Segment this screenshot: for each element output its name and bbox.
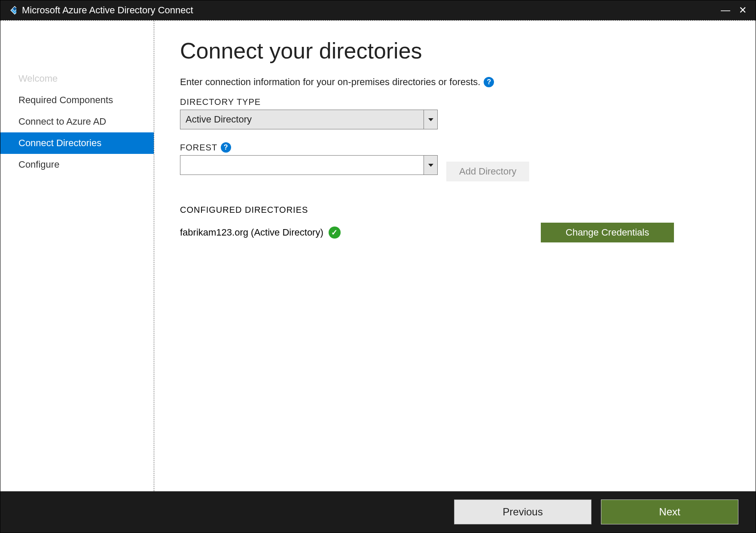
chevron-down-icon — [428, 118, 433, 121]
main-panel: Connect your directories Enter connectio… — [154, 21, 756, 491]
sidebar-item-welcome: Welcome — [0, 68, 154, 89]
page-title: Connect your directories — [180, 38, 730, 64]
configured-directory-row: fabrikam123.org (Active Directory) ✓ Cha… — [180, 223, 674, 242]
directory-type-label: DIRECTORY TYPE — [180, 97, 730, 107]
page-subtitle-row: Enter connection information for your on… — [180, 77, 730, 88]
sidebar-item-connect-directories[interactable]: Connect Directories — [0, 132, 154, 154]
directory-type-value: Active Directory — [180, 110, 424, 129]
add-directory-button: Add Directory — [446, 162, 529, 181]
footer: Previous Next — [0, 491, 756, 533]
configured-directories-label: CONFIGURED DIRECTORIES — [180, 205, 730, 215]
body: Welcome Required Components Connect to A… — [0, 20, 756, 491]
configured-directory-text: fabrikam123.org (Active Directory) — [180, 227, 323, 238]
forest-label: FOREST — [180, 143, 217, 153]
sidebar-item-configure[interactable]: Configure — [0, 154, 154, 175]
azure-logo-icon — [5, 4, 17, 16]
window: Microsoft Azure Active Directory Connect… — [0, 0, 756, 533]
help-icon[interactable]: ? — [484, 77, 494, 87]
forest-dropdown-button[interactable] — [424, 156, 437, 175]
forest-row: Add Directory — [180, 155, 730, 188]
directory-type-dropdown-button[interactable] — [424, 110, 437, 129]
next-button[interactable]: Next — [601, 499, 738, 524]
close-button[interactable]: ✕ — [734, 5, 751, 16]
forest-select[interactable] — [180, 155, 438, 175]
configured-directory-left: fabrikam123.org (Active Directory) ✓ — [180, 227, 341, 239]
chevron-down-icon — [428, 164, 433, 167]
check-circle-icon: ✓ — [329, 227, 341, 239]
sidebar-item-connect-azure-ad[interactable]: Connect to Azure AD — [0, 111, 154, 132]
titlebar: Microsoft Azure Active Directory Connect… — [0, 0, 756, 20]
minimize-button[interactable]: — — [717, 5, 734, 16]
forest-label-row: FOREST ? — [180, 142, 730, 153]
previous-button[interactable]: Previous — [454, 499, 591, 524]
sidebar: Welcome Required Components Connect to A… — [0, 21, 154, 491]
change-credentials-button[interactable]: Change Credentials — [541, 223, 674, 242]
page-subtitle: Enter connection information for your on… — [180, 77, 480, 88]
directory-type-select[interactable]: Active Directory — [180, 110, 438, 129]
forest-value — [180, 156, 424, 175]
sidebar-item-required-components[interactable]: Required Components — [0, 89, 154, 111]
help-icon[interactable]: ? — [221, 142, 231, 153]
window-title: Microsoft Azure Active Directory Connect — [22, 5, 717, 16]
